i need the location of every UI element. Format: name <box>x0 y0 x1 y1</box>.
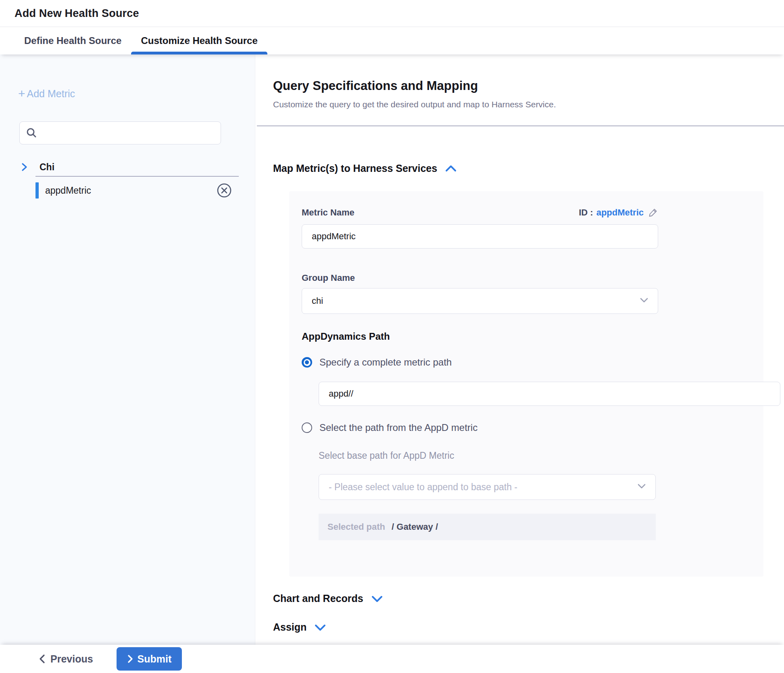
dialog-body: + Add Metric Chi appdMetric <box>0 54 784 645</box>
chevron-down-icon[interactable] <box>314 623 327 632</box>
tab-label: Customize Health Source <box>141 35 257 46</box>
selected-path-value: / Gateway / <box>392 522 438 532</box>
map-metrics-form: Metric Name ID : appdMetric Group Name <box>289 191 763 577</box>
dialog-header: Add New Health Source <box>0 0 784 27</box>
radio-checked-icon[interactable] <box>302 357 312 368</box>
selected-indicator-bar <box>35 182 39 199</box>
chart-and-records-title: Chart and Records <box>273 593 363 604</box>
chevron-down-icon <box>637 483 646 491</box>
selected-path-bar: Selected path / Gateway / <box>319 514 656 540</box>
dialog-title: Add New Health Source <box>15 7 139 20</box>
metric-name-input[interactable] <box>302 224 658 249</box>
plus-icon: + <box>18 88 25 100</box>
metrics-sidebar: + Add Metric Chi appdMetric <box>0 54 255 645</box>
section-divider <box>257 125 784 126</box>
dialog-footer: Previous Submit <box>0 645 784 673</box>
chart-and-records-section-header[interactable]: Chart and Records <box>273 593 784 604</box>
search-input[interactable] <box>19 121 221 144</box>
chevron-left-icon <box>38 654 46 664</box>
chevron-down-icon <box>639 297 649 305</box>
map-metrics-section-title: Map Metric(s) to Harness Services <box>273 163 437 174</box>
submit-button[interactable]: Submit <box>117 647 182 671</box>
metric-id-prefix: ID : <box>579 207 593 218</box>
add-metric-label: Add Metric <box>27 88 75 100</box>
group-name-select[interactable]: chi <box>302 288 658 314</box>
tree-divider <box>35 176 239 177</box>
radio-unchecked-icon[interactable] <box>302 422 312 433</box>
tab-label: Define Health Source <box>24 35 121 46</box>
map-metrics-section-header[interactable]: Map Metric(s) to Harness Services <box>273 163 784 174</box>
tab-customize-health-source[interactable]: Customize Health Source <box>131 27 267 54</box>
radio-complete-metric-path[interactable]: Specify a complete metric path <box>302 357 658 368</box>
chevron-up-icon[interactable] <box>444 164 457 173</box>
metric-name-label: Metric Name <box>302 207 354 218</box>
base-path-placeholder: - Please select value to append to base … <box>329 482 517 493</box>
edit-icon[interactable] <box>648 207 658 218</box>
chevron-down-icon[interactable] <box>371 594 384 603</box>
chevron-right-icon <box>127 654 133 664</box>
metric-item-label: appdMetric <box>45 185 216 196</box>
submit-button-label: Submit <box>138 653 172 665</box>
active-tab-indicator <box>131 52 267 54</box>
radio-complete-metric-path-label: Specify a complete metric path <box>319 357 452 368</box>
radio-select-path[interactable]: Select the path from the AppD metric <box>302 422 658 433</box>
assign-section-header[interactable]: Assign <box>273 621 784 633</box>
tab-bar: Define Health Source Customize Health So… <box>0 27 784 54</box>
previous-button[interactable]: Previous <box>38 653 93 665</box>
remove-metric-icon[interactable] <box>216 182 232 199</box>
selected-path-label: Selected path <box>327 522 385 532</box>
previous-button-label: Previous <box>50 653 93 665</box>
metric-group-label: Chi <box>40 162 54 173</box>
metric-list-item-selected[interactable]: appdMetric <box>0 181 255 200</box>
metric-id-value: appdMetric <box>596 207 644 218</box>
metric-search <box>19 121 221 144</box>
radio-select-path-label: Select the path from the AppD metric <box>319 422 477 433</box>
complete-metric-path-input[interactable] <box>319 382 780 406</box>
assign-title: Assign <box>273 621 307 633</box>
page-title: Query Specifications and Mapping <box>273 79 784 93</box>
appdynamics-path-title: AppDynamics Path <box>302 331 658 342</box>
group-name-value: chi <box>312 296 323 306</box>
search-icon <box>26 127 37 140</box>
metric-id: ID : appdMetric <box>579 207 658 218</box>
metric-group-row[interactable]: Chi <box>0 158 255 176</box>
tab-define-health-source[interactable]: Define Health Source <box>15 27 131 54</box>
chevron-right-icon[interactable] <box>21 163 28 171</box>
page-subtitle: Customize the query to get the desired o… <box>273 100 784 109</box>
base-path-select[interactable]: - Please select value to append to base … <box>319 474 656 500</box>
add-health-source-dialog: Add New Health Source Define Health Sour… <box>0 0 784 673</box>
query-spec-panel: Query Specifications and Mapping Customi… <box>255 54 784 645</box>
group-name-label: Group Name <box>302 273 658 283</box>
add-metric-button[interactable]: + Add Metric <box>18 88 255 100</box>
base-path-label: Select base path for AppD Metric <box>319 450 763 461</box>
